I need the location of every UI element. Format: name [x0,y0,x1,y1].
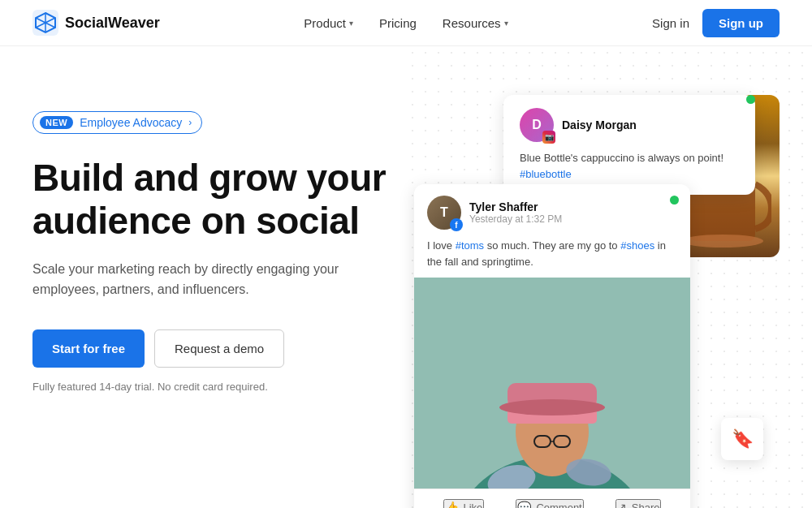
advocacy-text: Employee Advocacy [80,116,182,129]
tyler-online-indicator [670,196,679,204]
card-actions: 👍 Like 💬 Comment ↗ Share [414,489,690,508]
comment-icon: 💬 [517,501,531,508]
daisy-hashtag: #bluebottle [520,168,572,180]
new-label: NEW [40,116,73,129]
share-icon: ↗ [617,501,627,508]
request-demo-button[interactable]: Request a demo [154,329,284,368]
facebook-icon: f [450,218,463,231]
share-label: Share [632,502,660,509]
comment-label: Comment [536,502,581,509]
instagram-icon: 📷 [542,131,555,144]
bookmark-icon: 🔖 [732,428,754,450]
navbar: SocialWeaver Product ▾ Pricing Resources… [0,0,812,46]
logo-text: SocialWeaver [65,15,160,32]
nav-links: Product ▾ Pricing Resources ▾ [304,16,508,30]
logo-icon [32,10,58,36]
share-button[interactable]: ↗ Share [615,499,662,508]
daisy-online-indicator [746,95,755,104]
like-label: Like [464,502,483,509]
product-chevron-icon: ▾ [349,19,353,28]
svg-point-4 [682,235,763,248]
nav-product[interactable]: Product ▾ [304,16,353,30]
nav-resources[interactable]: Resources ▾ [443,16,508,30]
trial-text: Fully featured 14-day trial. No credit c… [32,381,398,393]
card-daisy: D 📷 Daisy Morgan Blue Bottle's cappuccin… [503,95,755,195]
daisy-name: Daisy Morgan [562,118,637,131]
hero-subtitle: Scale your marketing reach by directly e… [32,259,341,300]
tyler-avatar-wrap: T f [427,196,461,230]
tyler-time: Yesterday at 1:32 PM [469,213,562,225]
sign-in-button[interactable]: Sign in [652,16,689,30]
hero-left: NEW Employee Advocacy › Build and grow y… [32,95,398,393]
card-tyler: T f Tyler Shaffer Yesterday at 1:32 PM I… [414,184,690,508]
badge-arrow-icon: › [188,117,192,128]
logo[interactable]: SocialWeaver [32,10,160,36]
nav-pricing[interactable]: Pricing [379,16,417,30]
like-icon: 👍 [445,501,459,508]
bookmark-card[interactable]: 🔖 [721,418,763,460]
resources-chevron-icon: ▾ [504,19,508,28]
tyler-post-text: I love #toms so much. They are my go to … [414,235,690,278]
comment-button[interactable]: 💬 Comment [516,499,583,508]
daisy-avatar-wrap: D 📷 [520,108,554,142]
tyler-name: Tyler Shaffer [469,200,562,213]
start-for-free-button[interactable]: Start for free [32,329,145,368]
hero-section: NEW Employee Advocacy › Build and grow y… [0,46,812,508]
tyler-post-image [414,278,690,489]
nav-actions: Sign in Sign up [652,9,780,37]
hero-right: D 📷 Daisy Morgan Blue Bottle's cappuccin… [414,95,780,501]
daisy-post-text: Blue Bottle's cappuccino is always on po… [520,150,739,182]
employee-advocacy-badge[interactable]: NEW Employee Advocacy › [32,111,202,134]
hero-title: Build and grow your audience on social [32,157,398,243]
hero-buttons: Start for free Request a demo [32,329,398,368]
like-button[interactable]: 👍 Like [443,499,485,508]
sign-up-button[interactable]: Sign up [702,9,780,37]
svg-point-12 [499,399,605,415]
